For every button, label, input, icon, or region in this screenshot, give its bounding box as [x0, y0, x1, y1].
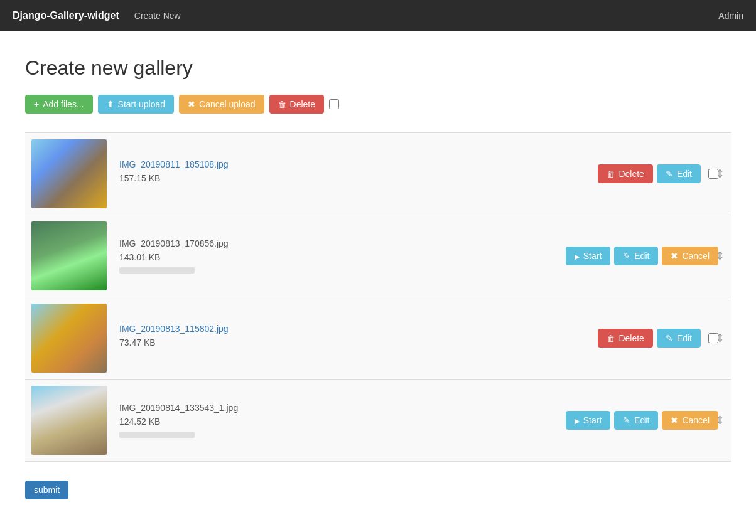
- start-button[interactable]: Start: [566, 247, 611, 265]
- file-actions: Delete Edit: [598, 329, 731, 348]
- edit-icon: [623, 415, 630, 425]
- edit-button[interactable]: Edit: [614, 247, 658, 265]
- file-toolbar: Add files... Start upload Cancel upload …: [25, 95, 731, 114]
- file-size: 73.47 KB: [119, 338, 585, 348]
- nav-create-new[interactable]: Create New: [134, 11, 181, 21]
- table-row: IMG_20190813_170856.jpg143.01 KB Start E…: [25, 215, 731, 297]
- edit-button[interactable]: Edit: [657, 164, 701, 183]
- file-thumbnail: [31, 386, 107, 455]
- file-size: 157.15 KB: [119, 173, 585, 183]
- file-thumbnail: [31, 139, 107, 208]
- file-thumbnail: [31, 221, 107, 290]
- select-all-checkbox[interactable]: [329, 99, 339, 109]
- file-info: IMG_20190813_115802.jpg73.47 KB: [107, 324, 598, 353]
- cancel-upload-button[interactable]: Cancel upload: [179, 95, 264, 114]
- delete-all-button[interactable]: Delete: [269, 95, 324, 114]
- edit-icon: [666, 333, 673, 343]
- page-title: Create new gallery: [25, 56, 731, 80]
- file-name: IMG_20190813_115802.jpg: [119, 324, 585, 334]
- navbar-admin: Admin: [718, 11, 743, 21]
- play-icon: [575, 251, 580, 261]
- file-name: IMG_20190814_133543_1.jpg: [119, 403, 553, 413]
- cancel-upload-label: Cancel upload: [199, 99, 256, 109]
- file-actions: Start Edit Cancel: [566, 247, 731, 265]
- file-thumbnail: [31, 304, 107, 373]
- cancel-button[interactable]: Cancel: [662, 247, 718, 265]
- table-row: IMG_20190811_185108.jpg157.15 KB Delete …: [25, 133, 731, 215]
- navbar-brand: Django-Gallery-widget: [13, 10, 119, 21]
- file-list: IMG_20190811_185108.jpg157.15 KB Delete …: [25, 132, 731, 462]
- cancel-icon: [671, 415, 678, 425]
- start-upload-button[interactable]: Start upload: [98, 95, 175, 114]
- upload-icon: [107, 99, 114, 109]
- table-row: IMG_20190814_133543_1.jpg124.52 KB Start…: [25, 380, 731, 462]
- file-progress-bar: [119, 267, 195, 274]
- add-files-button[interactable]: Add files...: [25, 95, 93, 114]
- cancel-icon: [188, 99, 195, 109]
- file-info: IMG_20190814_133543_1.jpg124.52 KB: [107, 403, 566, 438]
- delete-all-label: Delete: [290, 99, 315, 109]
- play-icon: [575, 415, 580, 425]
- navbar: Django-Gallery-widget Create New Admin: [0, 0, 756, 31]
- main-content: Create new gallery Add files... Start up…: [0, 31, 756, 524]
- add-files-label: Add files...: [43, 99, 84, 109]
- edit-icon: [623, 251, 630, 261]
- file-progress-bar: [119, 432, 195, 438]
- start-upload-label: Start upload: [118, 99, 166, 109]
- edit-button[interactable]: Edit: [614, 411, 658, 430]
- submit-label: submit: [34, 485, 60, 495]
- start-button[interactable]: Start: [566, 411, 611, 430]
- file-info: IMG_20190811_185108.jpg157.15 KB: [107, 159, 598, 188]
- trash-icon: [607, 169, 615, 179]
- cancel-icon: [671, 251, 678, 261]
- delete-button[interactable]: Delete: [598, 329, 652, 348]
- file-info: IMG_20190813_170856.jpg143.01 KB: [107, 238, 566, 274]
- file-size: 143.01 KB: [119, 252, 553, 262]
- plus-icon: [34, 99, 39, 109]
- submit-area: submit: [25, 481, 731, 499]
- navbar-left: Django-Gallery-widget Create New: [13, 10, 181, 21]
- submit-button[interactable]: submit: [25, 481, 68, 499]
- drag-handle[interactable]: ⇕: [715, 413, 725, 427]
- delete-button[interactable]: Delete: [598, 164, 652, 183]
- cancel-button[interactable]: Cancel: [662, 411, 718, 430]
- table-row: IMG_20190813_115802.jpg73.47 KB Delete E…: [25, 297, 731, 380]
- file-name: IMG_20190813_170856.jpg: [119, 238, 553, 248]
- file-size: 124.52 KB: [119, 417, 553, 427]
- file-actions: Delete Edit: [598, 164, 731, 183]
- file-actions: Start Edit Cancel: [566, 411, 731, 430]
- edit-button[interactable]: Edit: [657, 329, 701, 348]
- trash-icon: [607, 333, 615, 343]
- drag-handle[interactable]: ⇕: [715, 167, 725, 181]
- drag-handle[interactable]: ⇕: [715, 249, 725, 263]
- file-name: IMG_20190811_185108.jpg: [119, 159, 585, 169]
- edit-icon: [666, 169, 673, 179]
- drag-handle[interactable]: ⇕: [715, 331, 725, 345]
- trash-icon: [278, 99, 286, 109]
